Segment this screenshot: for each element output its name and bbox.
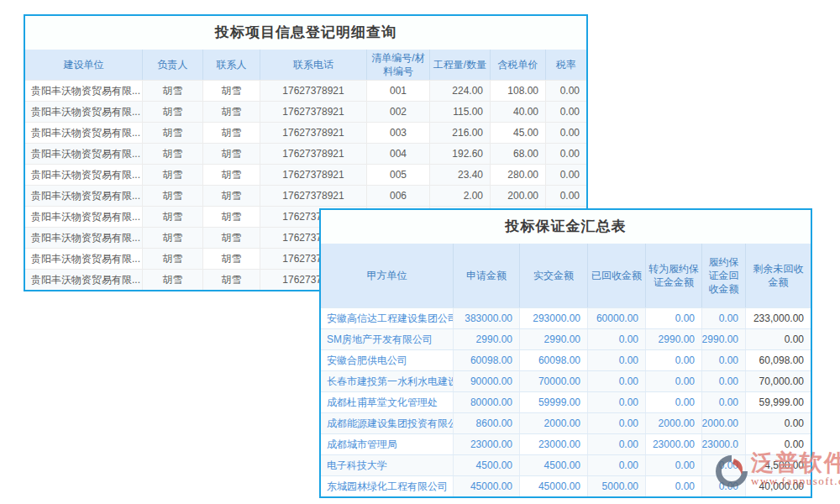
- table-row[interactable]: 贵阳丰沃物资贸易有限... 胡雪 胡雪 17627378921 004 192.…: [25, 143, 586, 164]
- remaining-amount-cell: 0.00: [746, 413, 811, 433]
- party-a-unit-cell[interactable]: 成都能源建设集团投资有限公: [321, 413, 454, 433]
- perf-bond-recovered-cell: 0.00: [702, 392, 746, 412]
- table1-header-row: 建设单位 负责人 联系人 联系电话 清单编号/材料编号 工程量/数量 含税单价 …: [25, 50, 586, 80]
- table-row[interactable]: 贵阳丰沃物资贸易有限... 胡雪 胡雪 17627378921 003 216.…: [25, 122, 586, 143]
- construction-unit-cell: 贵阳丰沃物资贸易有限...: [25, 123, 143, 143]
- perf-bond-recovered-cell: 0.00: [702, 350, 746, 370]
- construction-unit-cell: 贵阳丰沃物资贸易有限...: [25, 186, 143, 206]
- table-row[interactable]: SM房地产开发有限公司 2990.00 2990.00 0.00 2990.00…: [321, 328, 811, 349]
- converted-amount-cell: 0.00: [646, 476, 702, 496]
- quantity-cell: 23.40: [430, 165, 491, 185]
- unit-price-cell: 40.00: [491, 102, 546, 122]
- unit-price-cell: 108.00: [491, 81, 546, 101]
- recovered-amount-cell: 0.00: [588, 350, 646, 370]
- table-row[interactable]: 成都能源建设集团投资有限公 8600.00 2000.00 0.00 2000.…: [321, 412, 811, 433]
- recovered-amount-cell: 0.00: [588, 329, 646, 349]
- perf-bond-recovered-cell: 0.00: [702, 308, 746, 328]
- person-in-charge-cell: 胡雪: [143, 207, 203, 227]
- table-row[interactable]: 东城园林绿化工程有限公司 45000.00 45000.00 5000.00 0…: [321, 475, 811, 496]
- contact-person-cell: 胡雪: [203, 207, 260, 227]
- paid-amount-cell: 4500.00: [520, 455, 588, 475]
- col-header-quantity: 工程量/数量: [430, 50, 491, 80]
- table-row[interactable]: 安徽合肥供电公司 60098.00 60098.00 0.00 0.00 0.0…: [321, 349, 811, 370]
- person-in-charge-cell: 胡雪: [143, 123, 203, 143]
- col-header-contact-person: 联系人: [203, 50, 260, 80]
- person-in-charge-cell: 胡雪: [143, 165, 203, 185]
- recovered-amount-cell: 60000.00: [588, 308, 646, 328]
- party-a-unit-cell[interactable]: SM房地产开发有限公司: [321, 329, 454, 349]
- col-header-recovered-amount: 已回收金额: [588, 244, 646, 307]
- quantity-cell: 115.00: [430, 102, 491, 122]
- contact-person-cell: 胡雪: [203, 249, 260, 269]
- applied-amount-cell: 8600.00: [454, 413, 520, 433]
- unit-price-cell: 68.00: [491, 144, 546, 164]
- table-row[interactable]: 电子科技大学 4500.00 4500.00 0.00 0.00 0.00 4,…: [321, 454, 811, 475]
- construction-unit-cell: 贵阳丰沃物资贸易有限...: [25, 144, 143, 164]
- table-row[interactable]: 贵阳丰沃物资贸易有限... 胡雪 胡雪 17627378921 006 2.00…: [25, 185, 586, 206]
- applied-amount-cell: 90000.00: [454, 371, 520, 391]
- recovered-amount-cell: 0.00: [588, 413, 646, 433]
- table2-title: 投标保证金汇总表: [321, 210, 811, 244]
- table2-body: 安徽高信达工程建设集团公司 383000.00 293000.00 60000.…: [321, 307, 811, 496]
- converted-amount-cell: 0.00: [646, 392, 702, 412]
- party-a-unit-cell[interactable]: 成都杜甫草堂文化管理处: [321, 392, 454, 412]
- construction-unit-cell: 贵阳丰沃物资贸易有限...: [25, 102, 143, 122]
- perf-bond-recovered-cell: 2990.00: [702, 329, 746, 349]
- party-a-unit-cell[interactable]: 安徽高信达工程建设集团公司: [321, 308, 454, 328]
- col-header-list-material-no: 清单编号/材料编号: [367, 50, 430, 80]
- perf-bond-recovered-cell: 0.00: [702, 371, 746, 391]
- applied-amount-cell: 383000.00: [454, 308, 520, 328]
- contact-phone-cell: 17627378921: [260, 123, 367, 143]
- paid-amount-cell: 293000.00: [520, 308, 588, 328]
- col-header-paid-amount: 实交金额: [520, 244, 588, 307]
- party-a-unit-cell[interactable]: 长春市建投第一水利水电建设: [321, 371, 454, 391]
- contact-phone-cell: 17627378921: [260, 144, 367, 164]
- party-a-unit-cell[interactable]: 安徽合肥供电公司: [321, 350, 454, 370]
- contact-person-cell: 胡雪: [203, 228, 260, 248]
- recovered-amount-cell: 0.00: [588, 371, 646, 391]
- construction-unit-cell: 贵阳丰沃物资贸易有限...: [25, 249, 143, 269]
- person-in-charge-cell: 胡雪: [143, 228, 203, 248]
- contact-phone-cell: 17627378921: [260, 102, 367, 122]
- contact-phone-cell: 17627378921: [260, 81, 367, 101]
- contact-person-cell: 胡雪: [203, 186, 260, 206]
- party-a-unit-cell[interactable]: 电子科技大学: [321, 455, 454, 475]
- perf-bond-recovered-cell: 23000.0: [702, 434, 746, 454]
- quantity-cell: 216.00: [430, 123, 491, 143]
- list-no-cell: 004: [367, 144, 430, 164]
- recovered-amount-cell: 0.00: [588, 392, 646, 412]
- table-row[interactable]: 长春市建投第一水利水电建设 90000.00 70000.00 0.00 0.0…: [321, 370, 811, 391]
- col-header-construction-unit: 建设单位: [25, 50, 143, 80]
- person-in-charge-cell: 胡雪: [143, 144, 203, 164]
- remaining-amount-cell: 70,000.00: [746, 371, 811, 391]
- person-in-charge-cell: 胡雪: [143, 186, 203, 206]
- table-row[interactable]: 成都杜甫草堂文化管理处 80000.00 59999.00 0.00 0.00 …: [321, 391, 811, 412]
- person-in-charge-cell: 胡雪: [143, 81, 203, 101]
- contact-person-cell: 胡雪: [203, 165, 260, 185]
- unit-price-cell: 45.00: [491, 123, 546, 143]
- list-no-cell: 002: [367, 102, 430, 122]
- tax-rate-cell: 0.00: [546, 102, 586, 122]
- paid-amount-cell: 59999.00: [520, 392, 588, 412]
- party-a-unit-cell[interactable]: 东城园林绿化工程有限公司: [321, 476, 454, 496]
- remaining-amount-cell: 60,098.00: [746, 350, 811, 370]
- col-header-remaining-unrecovered: 剩余未回收金额: [746, 244, 811, 307]
- remaining-amount-cell: 0.00: [746, 434, 811, 454]
- bid-deposit-summary-table: 投标保证金汇总表 甲方单位 申请金额 实交金额 已回收金额 转为履约保证金金额 …: [319, 208, 812, 498]
- table-row[interactable]: 贵阳丰沃物资贸易有限... 胡雪 胡雪 17627378921 002 115.…: [25, 101, 586, 122]
- recovered-amount-cell: 0.00: [588, 455, 646, 475]
- list-no-cell: 006: [367, 186, 430, 206]
- remaining-amount-cell: 59,999.00: [746, 392, 811, 412]
- construction-unit-cell: 贵阳丰沃物资贸易有限...: [25, 165, 143, 185]
- table-row[interactable]: 安徽高信达工程建设集团公司 383000.00 293000.00 60000.…: [321, 307, 811, 328]
- remaining-amount-cell: 0.00: [746, 329, 811, 349]
- converted-amount-cell: 0.00: [646, 350, 702, 370]
- table-row[interactable]: 贵阳丰沃物资贸易有限... 胡雪 胡雪 17627378921 001 224.…: [25, 80, 586, 101]
- party-a-unit-cell[interactable]: 成都城市管理局: [321, 434, 454, 454]
- applied-amount-cell: 60098.00: [454, 350, 520, 370]
- contact-phone-cell: 17627378921: [260, 165, 367, 185]
- table-row[interactable]: 成都城市管理局 23000.00 23000.00 0.00 23000.00 …: [321, 433, 811, 454]
- table-row[interactable]: 贵阳丰沃物资贸易有限... 胡雪 胡雪 17627378921 005 23.4…: [25, 164, 586, 185]
- converted-amount-cell: 0.00: [646, 371, 702, 391]
- paid-amount-cell: 2000.00: [520, 413, 588, 433]
